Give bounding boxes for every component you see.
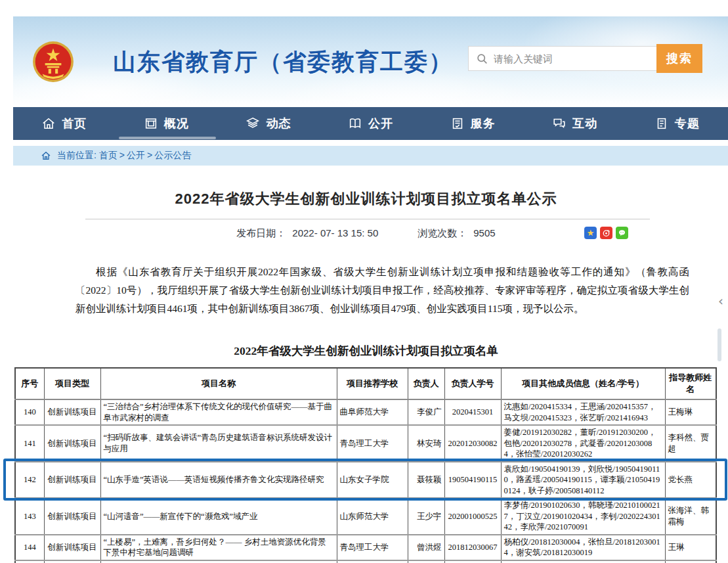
service-doc-icon [450,116,465,131]
view-count: 浏览次数：9505 [418,227,495,240]
cell-leader: 林安琦 [408,425,444,462]
cell-type: 创新训练项目 [44,498,100,535]
cell-name: “山河遗音”——新宣传下的“濒危戏”域产业 [100,498,337,535]
cell-school: 山东体育学院 [337,560,408,563]
collapse-chevron-icon[interactable]: ‹ [718,294,723,307]
nav-item-互动[interactable]: 互动 [552,116,597,131]
cell-members: 张金鹏/201946171025，杨家超/202041020443，于博洋/20… [501,560,665,563]
chat-bubbles-icon [552,116,567,131]
table-title: 2022年省级大学生创新创业训练计划项目拟立项名单 [13,343,719,359]
table-row: 140创新训练项目“三治结合”乡村治理体系下传统文化的现代价值研究——基于曲阜市… [15,399,716,425]
cell-type: 创新训练项目 [44,425,100,462]
cell-seq: 144 [15,535,44,560]
article-body: 根据《山东省教育厅关于组织开展2022年国家级、省级大学生创新业训练计划立项申报… [75,263,689,318]
cell-type: 创新训练项目 [44,399,100,425]
cell-members: 杨柏仪/201812030004，张怡旦/201812030014，谢安筑/20… [501,535,665,560]
qzone-share-icon[interactable]: ★ [584,227,597,239]
nav-item-首页[interactable]: 首页 [41,116,87,131]
cell-name: “山东手造”英语说——英语短视频传播齐鲁文化实现路径研究 [100,462,337,499]
page-title: 2022年省级大学生创新创业训练计划项目拟立项名单公示 [13,189,719,209]
cell-leader_id: 202012030082 [444,425,501,462]
main-nav: 首页概况动态公开服务互动专题 [13,107,728,140]
column-header: 负责人 [408,368,444,399]
cell-name: “扫码听故事、建筑会讲话”青岛历史建筑语音标识系统研发设计与应用 [100,425,337,462]
breadcrumb-separator: > [147,150,152,160]
nav-item-label: 首页 [62,116,87,131]
cell-name: “绳”命保障 户外绳索检测仪的研发与应用 [100,560,337,563]
publish-date: 发布日期：2022- 07- 13 15: 50 [236,227,378,240]
nav-item-label: 概况 [164,116,189,131]
breadcrumb: 当前位置: 首页>公开>公示公告 [13,146,728,166]
cell-leader: 聂筱颖 [408,462,444,499]
cell-leader_id: 202001000525 [444,498,501,535]
search-bar: 搜索 [468,45,702,72]
wechat-share-icon[interactable] [616,227,628,239]
national-emblem-logo [32,40,75,83]
cell-teachers: 王梅琳 [665,399,716,425]
nav-item-公开[interactable]: 公开 [348,116,393,131]
cell-teachers: 李科然、贾超 [665,425,716,462]
cell-school: 青岛理工大学 [337,425,408,462]
article-meta: 发布日期：2022- 07- 13 15: 50 浏览次数：9505 ★ [13,219,719,247]
nav-item-label: 专题 [675,116,700,131]
table-row: 144创新训练项目“上楼易”，土难离，吾乡归何处？—— 乡村土地资源优化背景下景… [15,535,716,560]
weibo-share-icon[interactable] [600,227,612,239]
column-header: 项目推荐学校 [337,368,408,399]
nav-item-label: 服务 [471,116,496,131]
table-header-row: 序号项目类型项目名称项目推荐学校负责人负责人学号项目其他成员信息（姓名/学号）指… [15,368,716,399]
cell-members: 李梦倩/201901020630，韩晓瑾/202101000217，丁汉立/20… [501,498,665,535]
cell-members: 沈惠如/2020415334，王思涵/2020415357，马文坝/202041… [501,399,665,425]
breadcrumb-label: 当前位置: [57,150,96,162]
nav-item-服务[interactable]: 服务 [450,116,496,131]
cell-seq: 141 [15,425,44,462]
breadcrumb-separator: > [119,150,125,160]
topic-page-icon [654,116,669,131]
site-title: 山东省教育厅（省委教育工委） [113,47,453,78]
nav-item-概况[interactable]: 概况 [144,116,189,131]
cell-name: “上楼易”，土难离，吾乡归何处？—— 乡村土地资源优化背景下景中村宅基地问题调研 [100,535,337,560]
cell-leader_id: 2020415301 [444,399,501,425]
column-header: 指导教师姓名 [665,368,716,399]
nav-scroll-indicator [119,137,216,139]
cell-name: “三治结合”乡村治理体系下传统文化的现代价值研究——基于曲阜市武家村的调查 [100,399,337,425]
cell-leader_id: 190504190115 [444,462,501,499]
search-box [468,46,656,71]
cell-school: 曲阜师范大学 [337,399,408,425]
breadcrumb-link-首页[interactable]: 首页 [99,150,118,160]
page: 山东省教育厅（省委教育工委） 搜索 首页概况动态公开服务互动专题 当前位置: 首… [0,0,728,563]
cell-leader: 王少宇 [408,498,444,535]
cell-seq: 145 [15,560,44,563]
nav-item-专题[interactable]: 专题 [654,116,700,131]
cell-seq: 140 [15,399,44,425]
cell-teachers: 王建达 [665,560,716,563]
search-input[interactable] [494,47,656,70]
cell-type: 创新训练项目 [44,560,100,563]
share-icons: ★ [584,227,628,239]
column-header: 项目类型 [44,368,100,399]
cell-leader: 殷方峰 [408,560,444,563]
column-header: 项目其他成员信息（姓名/学号） [501,368,665,399]
search-icon [477,53,488,64]
cell-members: 袁欣如/190504190139，刘欣悦/190504190110，路孟瑶/20… [501,462,665,499]
breadcrumb-link-公示公告[interactable]: 公示公告 [154,150,191,160]
search-button[interactable]: 搜索 [656,44,702,73]
cell-type: 创新训练项目 [44,462,100,499]
cell-school: 青岛理工大学 [337,535,408,560]
cell-leader: 曾洪煜 [408,535,444,560]
cell-members: 姜健/201912030282，董昕/201912030200，包艳/20201… [501,425,665,462]
cell-school: 山东女子学院 [337,462,408,499]
breadcrumb-link-公开[interactable]: 公开 [127,150,145,160]
cell-leader_id: 201946171019 [444,560,501,563]
column-header: 负责人学号 [444,368,501,399]
cell-teachers: 张海洋、韩霜梅 [665,498,716,535]
column-header: 序号 [15,368,44,399]
cell-teachers: 王琳 [665,535,716,560]
overview-icon [144,116,158,131]
cell-school: 山东师范大学 [337,498,408,535]
table-row: 141创新训练项目“扫码听故事、建筑会讲话”青岛历史建筑语音标识系统研发设计与应… [15,425,716,462]
nav-item-label: 公开 [368,116,393,131]
layers-icon [246,116,260,131]
nav-item-动态[interactable]: 动态 [246,116,291,131]
scrollbar-thumb[interactable] [717,328,721,361]
cell-seq: 143 [15,498,44,535]
